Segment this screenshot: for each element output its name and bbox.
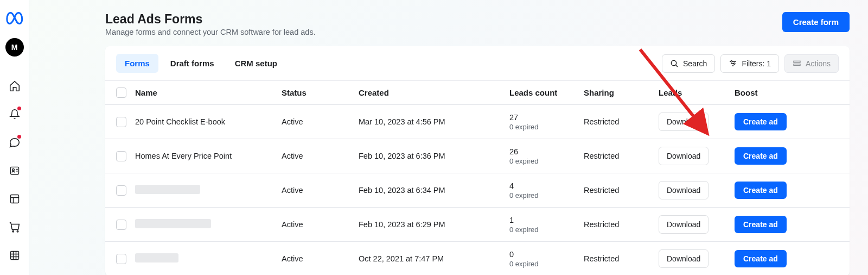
col-sharing: Sharing [584,81,659,105]
form-status: Active [282,242,359,276]
form-status: Active [282,105,359,139]
form-created: Mar 10, 2023 at 4:56 PM [359,105,509,139]
table-row[interactable]: 20 Point Checklist E-book Active Mar 10,… [105,105,850,139]
row-checkbox[interactable] [116,117,126,127]
leads-count: 4 [509,182,575,190]
filters-button[interactable]: Filters: 1 [720,54,779,73]
meta-logo[interactable] [4,8,25,29]
svg-rect-2 [10,195,18,203]
leads-count: 0 [509,250,575,259]
sidebar-contacts[interactable] [3,160,27,182]
forms-table: Name Status Created Leads count Sharing … [105,80,850,275]
table-row[interactable]: Active Feb 10, 2023 at 6:29 PM 10 expire… [105,208,850,242]
form-status: Active [282,208,359,242]
leads-count: 26 [509,147,575,156]
svg-point-7 [671,60,676,65]
form-name: Homes At Every Price Point [135,139,282,173]
sidebar-planner[interactable] [3,188,27,210]
svg-point-8 [731,60,732,62]
row-checkbox[interactable] [116,185,126,196]
table-row[interactable]: Homes At Every Price Point Active Feb 10… [105,139,850,173]
leads-expired: 0 expired [509,123,575,131]
create-ad-button[interactable]: Create ad [735,216,787,233]
main-content: Lead Ads Forms Manage forms and connect … [29,0,868,275]
sidebar-insights[interactable] [3,245,27,266]
download-button[interactable]: Download [659,249,709,268]
sidebar-home[interactable] [3,75,27,97]
table-row[interactable]: Active Feb 10, 2023 at 6:34 PM 40 expire… [105,173,850,208]
avatar[interactable]: M [5,38,24,57]
form-sharing: Restricted [584,208,659,242]
search-button[interactable]: Search [662,54,715,73]
row-checkbox[interactable] [116,254,126,264]
form-created: Feb 10, 2023 at 6:29 PM [359,208,509,242]
form-status: Active [282,139,359,173]
sidebar-commerce[interactable] [3,216,27,238]
leads-expired: 0 expired [509,191,575,199]
tab-forms[interactable]: Forms [116,54,158,73]
form-sharing: Restricted [584,242,659,276]
leads-count: 27 [509,113,575,122]
create-ad-button[interactable]: Create ad [735,182,787,199]
form-sharing: Restricted [584,105,659,139]
col-leads-count: Leads count [509,81,584,105]
create-ad-button[interactable]: Create ad [735,113,787,130]
tab-crm-setup[interactable]: CRM setup [226,54,286,73]
left-sidebar: M [0,0,29,275]
col-status: Status [282,81,359,105]
download-button[interactable]: Download [659,215,709,234]
leads-expired: 0 expired [509,157,575,165]
form-created: Feb 10, 2023 at 6:36 PM [359,139,509,173]
create-ad-button[interactable]: Create ad [735,250,787,267]
svg-rect-5 [10,252,18,260]
leads-count: 1 [509,216,575,224]
row-checkbox[interactable] [116,220,126,230]
form-status: Active [282,173,359,208]
form-name [135,208,282,242]
form-created: Feb 10, 2023 at 6:34 PM [359,173,509,208]
svg-point-1 [12,169,14,171]
filters-label: Filters: 1 [742,59,771,68]
page-title: Lead Ads Forms [105,12,316,27]
download-button[interactable]: Download [659,181,709,199]
page-subtitle: Manage forms and connect your CRM softwa… [105,28,316,36]
inbox-badge [17,135,21,139]
form-name: 20 Point Checklist E-book [135,105,282,139]
create-ad-button[interactable]: Create ad [735,147,787,165]
svg-rect-0 [10,167,18,174]
forms-panel: Forms Draft forms CRM setup Search Filte… [105,46,850,275]
svg-rect-10 [794,61,800,62]
form-sharing: Restricted [584,139,659,173]
col-boost: Boost [735,81,850,105]
download-button[interactable]: Download [659,147,709,165]
actions-icon [793,59,801,68]
actions-button[interactable]: Actions [784,54,839,73]
search-icon [670,59,679,68]
form-name [135,242,282,276]
svg-rect-11 [794,64,800,65]
actions-label: Actions [806,59,831,68]
leads-expired: 0 expired [509,226,575,234]
col-leads: Leads [659,81,735,105]
select-all-checkbox[interactable] [116,88,126,98]
search-label: Search [683,59,707,68]
col-name: Name [135,81,282,105]
form-sharing: Restricted [584,173,659,208]
notification-badge [17,107,21,110]
create-form-button[interactable]: Create form [782,12,850,32]
table-row[interactable]: Active Oct 22, 2021 at 7:47 PM 00 expire… [105,242,850,276]
leads-expired: 0 expired [509,260,575,268]
svg-point-4 [17,231,18,232]
download-button[interactable]: Download [659,112,709,131]
svg-point-9 [734,62,736,64]
sidebar-inbox[interactable] [3,132,27,153]
svg-point-3 [12,231,14,232]
col-created: Created [359,81,509,105]
form-created: Oct 22, 2021 at 7:47 PM [359,242,509,276]
form-name [135,173,282,208]
tab-draft-forms[interactable]: Draft forms [162,54,223,73]
row-checkbox[interactable] [116,151,126,161]
sidebar-notifications[interactable] [3,103,27,125]
filters-icon [729,59,737,68]
